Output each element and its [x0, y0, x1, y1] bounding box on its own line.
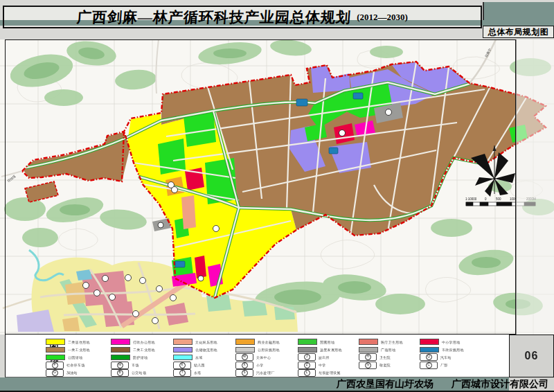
legend-symbol-icon: K — [173, 362, 191, 369]
legend-symbol-icon: X — [235, 362, 253, 369]
legend-label: 行政办公用地 — [133, 340, 155, 344]
title-bar: 广西剑麻—林产循环科技产业园总体规划 (2012—2030) — [3, 6, 482, 28]
legend-label: 市场 — [132, 363, 139, 367]
legend-entry: M市场 — [111, 362, 155, 369]
legend-label: 污水处理厂 — [256, 371, 275, 375]
footer-bar: 广西农垦国有山圩农场 广西城市设计有限公司 — [0, 377, 554, 392]
legend-entry: 文化娱乐用地 — [173, 338, 217, 346]
legend-symbol-icon: J — [298, 353, 316, 361]
legend-label: 广场用地 — [381, 348, 395, 352]
legend-label: 苗圃用地 — [320, 340, 334, 344]
legend-label: 敬老院 — [379, 363, 391, 367]
legend-entry: 市政设施用地 — [420, 346, 464, 353]
legend-label: 卫生院 — [379, 355, 391, 359]
legend-symbol-icon: M — [111, 362, 129, 369]
legend-symbol-icon: G — [46, 369, 64, 377]
legend-swatch — [420, 339, 439, 345]
map-area: 往南宁 往扶绥 — [0, 39, 554, 335]
legend-entry: W文体中心 — [235, 353, 280, 361]
legend-entry: 商业金融用地 — [235, 338, 280, 346]
legend-entry: Q汽车站 — [420, 353, 464, 361]
legend-entry: S污水处理厂 — [235, 369, 280, 377]
legend-column-5: 苗圃用地远景发展用地J派出所Z中学L垃圾处理设施 — [298, 338, 342, 377]
legend-swatch — [173, 339, 193, 345]
legend-symbol-icon: Z — [298, 362, 316, 369]
legend-swatch — [46, 347, 65, 353]
page-number-box: 06 — [509, 335, 554, 377]
footer-client: 广西农垦国有山圩农场 — [336, 378, 434, 391]
legend-label: 仓储物流用地 — [195, 348, 217, 352]
legend-label: 水塔 — [194, 371, 202, 375]
legend-panel: 图例 二类居住用地一类工业用地公园绿地P社会停车场G加油站行政办公用地二类工业用… — [5, 335, 509, 377]
legend-symbol-icon: S — [235, 369, 253, 377]
legend-entry: 二类居住用地 — [46, 338, 90, 346]
legend-entry: 二类工业用地 — [111, 346, 155, 353]
legend-label: 二类居住用地 — [68, 340, 90, 344]
legend-swatch — [235, 339, 255, 345]
legend-label: 垃圾处理设施 — [319, 371, 341, 375]
legend-column-6: 医疗卫生用地广场用地H卫生院N敬老院 — [359, 338, 403, 369]
legend-entry: P社会停车场 — [46, 362, 90, 369]
legend-swatch — [235, 347, 255, 353]
legend-label: 二类工业用地 — [133, 348, 155, 352]
legend-label: 市政设施用地 — [442, 348, 464, 352]
legend-symbol-icon: L — [298, 369, 316, 377]
page-title-suffix: (2012—2030) — [357, 12, 408, 23]
legend-label: 商业金融用地 — [258, 340, 280, 344]
scale-tick-1: 500 — [496, 197, 501, 201]
legend-swatch — [420, 347, 439, 353]
legend-entry: 一类工业用地 — [46, 346, 90, 353]
legend-column-4: 商业金融用地公用设施用地W文体中心X小学S污水处理厂 — [235, 338, 280, 377]
legend-entry: 公用设施用地 — [235, 346, 280, 353]
legend-symbol-icon: T — [173, 369, 191, 377]
page-title: 广西剑麻—林产循环科技产业园总体规划 — [76, 8, 352, 27]
legend-entry: 苗圃用地 — [298, 338, 342, 346]
legend-column-3: 文化娱乐用地仓储物流用地水域K幼儿园T水塔 — [173, 338, 217, 377]
legend-label: 小学 — [256, 363, 264, 367]
legend-swatch — [298, 339, 317, 345]
legend-entry: 广场用地 — [359, 346, 403, 353]
school-parcel-red-3 — [195, 256, 206, 278]
legend-label: 幼儿园 — [194, 363, 205, 367]
footer-designer: 广西城市设计有限公司 — [451, 378, 548, 391]
legend-swatch — [359, 347, 378, 353]
legend-symbol-icon: Q — [420, 353, 438, 361]
legend-entry: 远景发展用地 — [298, 346, 342, 353]
legend-symbol-icon: P — [46, 362, 64, 369]
cultural-parcel-salmon — [181, 195, 196, 229]
legend-entry: 防护绿地 — [111, 353, 155, 361]
legend-label: 公交站场 — [132, 371, 146, 375]
legend-label: 中小学用地 — [442, 340, 461, 344]
legend-symbol-icon: N — [359, 362, 377, 369]
legend-column-1: 二类居住用地一类工业用地公园绿地P社会停车场G加油站 — [46, 338, 90, 377]
legend-swatch — [46, 355, 65, 361]
legend-label: 汽车站 — [440, 355, 452, 359]
sheet-label-box: 总体布局规划图 — [483, 26, 554, 38]
legend-label: 公用设施用地 — [258, 348, 280, 352]
legend-symbol-icon: H — [359, 353, 377, 361]
legend-entry: 行政办公用地 — [111, 338, 155, 346]
legend-entry: Z中学 — [298, 362, 342, 369]
legend-column-2: 行政办公用地二类工业用地防护绿地M市场B公交站场 — [111, 338, 155, 377]
legend-swatch — [173, 355, 193, 361]
legend-entry: X小学 — [235, 362, 280, 369]
legend-entry: 中小学用地 — [420, 338, 464, 346]
legend-label: 防护绿地 — [133, 355, 148, 359]
legend-swatch — [359, 339, 378, 345]
legend-label: 医疗卫生用地 — [381, 340, 403, 344]
legend-symbol-icon: W — [235, 353, 253, 361]
sheet-label: 总体布局规划图 — [488, 26, 549, 38]
legend-swatch — [111, 347, 130, 353]
map-canvas: 往南宁 往扶绥 — [0, 39, 554, 335]
legend-symbol-icon: B — [111, 369, 129, 377]
legend-swatch — [46, 339, 65, 345]
legend-entry: 公园绿地 — [46, 353, 90, 361]
page-number: 06 — [525, 350, 539, 362]
legend-column-7: 中小学用地市政设施用地Q汽车站C厂部 — [420, 338, 464, 369]
svg-text:1:10000: 1:10000 — [465, 197, 477, 201]
legend-label: 中学 — [319, 363, 326, 367]
legend-symbol-icon: C — [420, 362, 438, 369]
legend-label: 文体中心 — [256, 355, 271, 359]
legend-label: 加油站 — [66, 371, 78, 375]
legend-label: 一类工业用地 — [68, 348, 90, 352]
